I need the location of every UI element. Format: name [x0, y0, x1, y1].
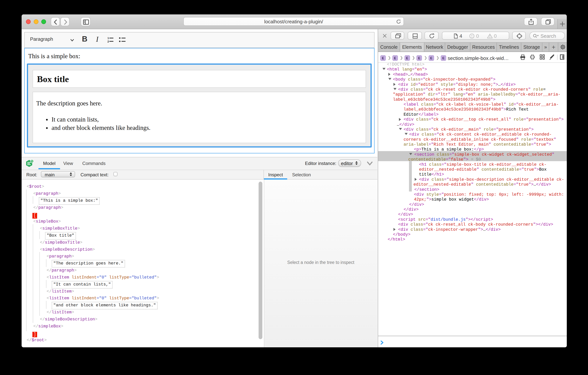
svg-text:2: 2	[107, 40, 109, 43]
svg-text:1: 1	[107, 36, 109, 40]
svg-text:5: 5	[32, 160, 33, 163]
